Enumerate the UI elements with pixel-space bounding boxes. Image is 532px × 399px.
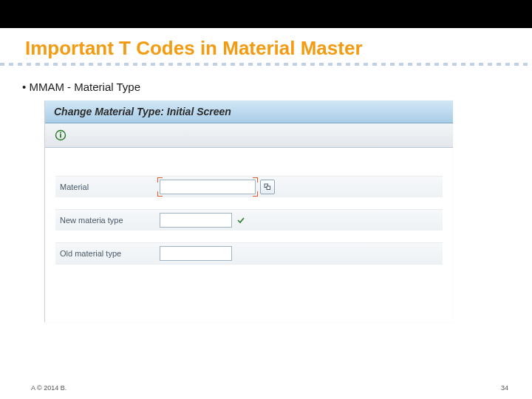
focus-corner bbox=[157, 177, 163, 183]
bullet-mmam: MMAM - Material Type bbox=[22, 81, 532, 93]
row-new-type: New materia type bbox=[55, 209, 443, 231]
checkmark-icon bbox=[236, 216, 245, 225]
label-material: Material bbox=[60, 183, 160, 191]
svg-rect-4 bbox=[267, 186, 270, 190]
row-gap bbox=[55, 197, 443, 209]
row-gap bbox=[55, 231, 443, 242]
slide-title: Important T Codes in Material Master bbox=[25, 37, 532, 60]
svg-rect-1 bbox=[60, 134, 61, 137]
svg-rect-2 bbox=[60, 132, 61, 134]
sap-window: Change Material Type: Initial Screen Mat… bbox=[44, 100, 453, 322]
sap-form-area: Material New materia type bbox=[45, 148, 453, 265]
sap-toolbar bbox=[45, 123, 453, 148]
row-material: Material bbox=[55, 176, 443, 197]
info-icon[interactable] bbox=[52, 127, 69, 143]
title-underline bbox=[0, 63, 532, 66]
slide-footer: A © 2014 B. 34 bbox=[31, 384, 508, 392]
new-type-input[interactable] bbox=[160, 213, 232, 228]
focus-corner bbox=[157, 191, 163, 197]
footer-page-number: 34 bbox=[501, 384, 508, 392]
focus-corner bbox=[253, 191, 258, 197]
sap-titlebar: Change Material Type: Initial Screen bbox=[45, 100, 453, 123]
label-old-type: Old material type bbox=[60, 249, 160, 258]
sap-window-title: Change Material Type: Initial Screen bbox=[54, 106, 231, 117]
row-old-type: Old material type bbox=[55, 242, 443, 265]
focus-corner bbox=[253, 177, 258, 183]
search-help-icon[interactable] bbox=[260, 180, 275, 194]
old-type-input[interactable] bbox=[160, 246, 232, 261]
label-new-type: New materia type bbox=[60, 216, 160, 225]
material-input[interactable] bbox=[160, 180, 256, 194]
material-input-wrap bbox=[160, 180, 256, 194]
footer-left: A © 2014 B. bbox=[31, 384, 66, 392]
